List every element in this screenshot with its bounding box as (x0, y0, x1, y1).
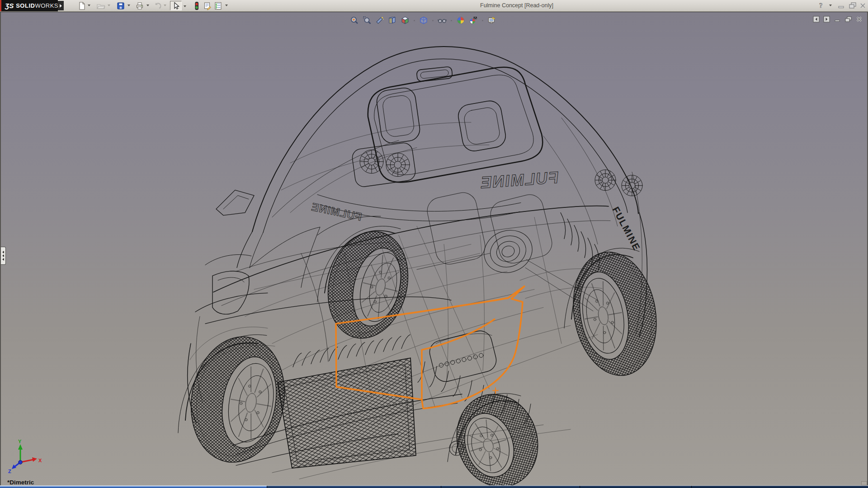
options-dropdown-arrow[interactable] (225, 5, 228, 6)
toolbar-separator (432, 20, 434, 21)
section-view-icon (388, 16, 397, 25)
appearance-ball-icon (456, 16, 465, 25)
traffic-light-icon (192, 1, 201, 10)
axis-z-label: Z (8, 469, 11, 473)
scroll-left-button[interactable] (813, 16, 820, 23)
badge-fender-right: FULMINE (610, 205, 642, 253)
solidworks-logo-light: WORKS (35, 2, 58, 9)
help-button[interactable]: ? (817, 1, 826, 9)
section-view-button[interactable] (387, 15, 397, 25)
axis-y-label: Y (18, 439, 22, 444)
view-orientation-label: *Dimetric (7, 479, 34, 486)
model-scene[interactable]: FULMINE FULMINE FULMINE (1, 12, 867, 486)
minimize-icon (837, 1, 845, 9)
select-cursor-icon (171, 1, 180, 10)
solidworks-logo-bold: SOLID (16, 2, 35, 9)
svg-text:?: ? (819, 2, 823, 9)
solidworks-logo-glyph: ƷS (5, 2, 14, 9)
display-style-icon (419, 16, 428, 25)
new-document-button[interactable] (77, 1, 87, 10)
toolbar-separator (414, 20, 415, 21)
collapse-arrow-icon (2, 251, 4, 253)
car-wireframe-model[interactable]: FULMINE FULMINE FULMINE (178, 47, 666, 486)
view-orientation-button[interactable] (400, 15, 410, 25)
help-dropdown-arrow[interactable] (829, 5, 832, 6)
help-icon: ? (817, 1, 826, 9)
apply-scene-button[interactable] (468, 15, 478, 25)
restore-window-button[interactable] (848, 1, 857, 9)
scroll-right-button[interactable] (823, 16, 830, 23)
menu-flyout-arrow[interactable] (58, 1, 64, 10)
window-title: Fulmine Concept [Read-only] (480, 2, 553, 9)
orientation-triad: Y X Z (7, 439, 45, 475)
display-style-button[interactable] (419, 15, 429, 25)
print-icon (135, 1, 144, 10)
previous-view-icon (375, 16, 384, 25)
axis-x-label: X (38, 458, 42, 463)
toolbar-separator (451, 20, 452, 21)
taskbar-segment[interactable] (580, 486, 691, 488)
open-document-button[interactable] (96, 1, 106, 10)
view-settings-button[interactable] (487, 15, 497, 25)
new-document-icon (77, 1, 86, 10)
minimize-document-icon (834, 16, 841, 23)
view-orientation-icon (401, 16, 410, 25)
close-icon (859, 1, 867, 9)
minimize-document-button[interactable] (834, 16, 841, 23)
undo-button[interactable] (153, 1, 163, 10)
title-bar: ƷS SOLID WORKS (0, 0, 868, 12)
solidworks-logo: ƷS SOLID WORKS (1, 0, 58, 11)
file-properties-icon (203, 1, 212, 10)
close-document-button[interactable] (856, 16, 863, 23)
previous-view-button[interactable] (375, 15, 385, 25)
zoom-to-area-icon (363, 16, 372, 25)
file-properties-button[interactable] (203, 1, 212, 10)
zoom-to-fit-icon (350, 16, 359, 25)
zoom-to-area-button[interactable] (362, 15, 372, 25)
collapse-arrow-icon (2, 254, 4, 257)
scroll-right-icon (823, 16, 830, 23)
toolbar-separator (482, 20, 483, 21)
rebuild-button[interactable] (192, 1, 202, 10)
scroll-left-icon (813, 16, 820, 23)
open-dropdown-arrow[interactable] (108, 5, 110, 6)
document-window-controls (813, 16, 863, 23)
restore-document-button[interactable] (844, 16, 852, 23)
print-button[interactable] (135, 1, 145, 10)
taskbar-segment[interactable] (0, 486, 267, 488)
save-button[interactable] (116, 1, 126, 10)
eyeglasses-icon (437, 16, 447, 25)
right-arrow-icon (60, 4, 62, 8)
select-dropdown-button[interactable] (182, 1, 189, 10)
restore-icon (848, 1, 857, 9)
minimize-window-button[interactable] (837, 1, 845, 9)
taskbar-segment[interactable] (267, 486, 441, 488)
hide-show-items-button[interactable] (437, 15, 447, 25)
view-settings-icon (487, 16, 496, 25)
feature-tree-flyout-tab[interactable] (1, 247, 6, 265)
badge-rear: FULMINE (479, 168, 560, 192)
solidworks-window: ƷS SOLID WORKS (0, 0, 868, 488)
taskbar-segment[interactable] (441, 486, 580, 488)
collapse-arrow-icon (2, 258, 4, 261)
options-button[interactable] (213, 1, 223, 10)
undo-dropdown-arrow[interactable] (164, 5, 166, 6)
select-tool-button[interactable] (170, 1, 182, 10)
apply-scene-icon (469, 16, 478, 25)
close-window-button[interactable] (859, 1, 867, 9)
options-checklist-icon (214, 1, 223, 10)
headsup-view-toolbar (346, 14, 500, 26)
badge-side-left: FULMINE (310, 200, 363, 223)
new-dropdown-arrow[interactable] (88, 5, 90, 6)
zoom-to-fit-button[interactable] (349, 15, 359, 25)
restore-document-icon (844, 16, 852, 23)
taskbar-edge[interactable] (0, 485, 868, 488)
print-dropdown-arrow[interactable] (146, 5, 149, 6)
resize-grip[interactable] (861, 481, 867, 485)
taskbar-segment[interactable] (691, 486, 868, 488)
edit-appearance-button[interactable] (456, 15, 466, 25)
graphics-viewport[interactable]: FULMINE FULMINE FULMINE (0, 12, 868, 486)
save-dropdown-arrow[interactable] (127, 5, 130, 6)
save-floppy-icon (116, 1, 125, 10)
undo-icon (153, 1, 162, 10)
